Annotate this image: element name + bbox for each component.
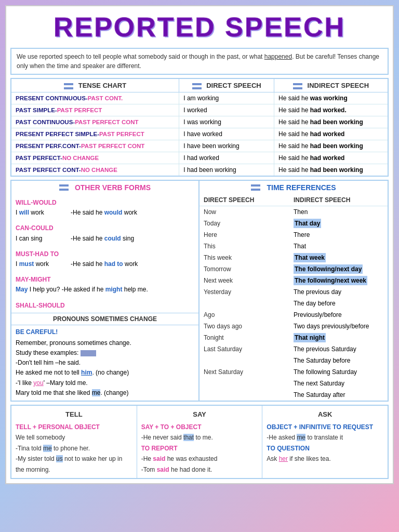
indirect-cell: He said he was working (274, 92, 388, 104)
verb-forms-icon (59, 184, 69, 191)
time-row: HereThere (200, 229, 388, 241)
tense-row: PRESENT CONTINUOUS-PAST CONT.I am workin… (11, 92, 388, 104)
time-direct-cell: Next week (204, 276, 294, 285)
will-would-label: WILL-WOULD (16, 198, 194, 208)
time-direct-cell: This week (204, 253, 294, 262)
indirect-cell: He said he had worked (274, 128, 388, 140)
must-hadto-left: I must work (16, 259, 62, 269)
time-indirect-cell: The previous day (294, 287, 383, 297)
can-could-right: -He said he could sing (71, 234, 134, 244)
pronouns-header: PRONOUNS SOMETIMES CHANGE (11, 313, 198, 325)
ask-me: me (297, 434, 305, 441)
might-word: might (105, 286, 123, 293)
tense-row: PRESENT PERF.CONT-PAST PERFECT CONTI hav… (11, 140, 388, 152)
time-direct-cell (204, 356, 294, 365)
direct-cell: I have been working (179, 140, 274, 152)
time-indirect-cell: The day before (294, 299, 383, 308)
shall-should-label: SHALL-SHOULD (16, 301, 194, 311)
intro-underline: happened (264, 53, 292, 60)
tense-table: TENSE CHART DIRECT SPEECH INDIRECT SPEEC… (10, 78, 389, 177)
time-indirect-cell: The following/next day (294, 264, 383, 274)
shall-should-block: SHALL-SHOULD (11, 297, 198, 313)
time-direct-cell: This (204, 242, 294, 251)
tense-cell: PAST SIMPLE-PAST PERFECT (11, 104, 179, 116)
direct-cell: I have worked (179, 128, 274, 140)
must-hadto-row: I must work -He said he had to work (16, 259, 194, 269)
time-row: Last SaturdayThe previous Saturday (200, 343, 388, 355)
indirect-header-label: INDIRECT SPEECH (308, 82, 369, 89)
be-careful-line6: Mary told me that she liked me. (change) (16, 388, 194, 398)
time-indirect-cell: Previously/before (294, 310, 383, 320)
time-indirect-cell: The following/next week (294, 276, 383, 285)
will-would-row: I will work -He said he would work (16, 208, 194, 218)
time-col-headers: DIRECT SPEECH INDIRECT SPEECH (200, 194, 388, 206)
time-row: TodayThat day (200, 218, 388, 229)
must-hadto-right: -He said he had to work (71, 259, 138, 269)
tense-row: PRESENT PERFECT SIMPLE-PAST PERFECTI hav… (11, 128, 388, 140)
ask-subheader: OBJECT + INFINITIVE TO REQUEST (267, 422, 383, 432)
be-careful-line2: Study these examples: (16, 348, 194, 358)
indirect-cell: He said he had worked. (274, 104, 388, 116)
time-direct-cell: Two days ago (204, 322, 294, 331)
time-row: Next weekThe following/next week (200, 275, 388, 286)
time-direct-cell: Ago (204, 310, 294, 320)
time-indirect-cell: The Saturday after (294, 390, 383, 400)
time-indirect-cell: The previous Saturday (294, 344, 383, 354)
can-could-left: I can sing (16, 234, 62, 244)
verb-forms-title: OTHER VERB FORMS (75, 183, 151, 192)
may-word: May (16, 286, 28, 293)
direct-cell: I am working (179, 92, 274, 104)
may-might-row: May I help you? -He asked if he might he… (16, 285, 194, 295)
may-might-block: MAY-MIGHT May I help you? -He asked if h… (11, 271, 198, 297)
say-line1: -He never said that to me. (141, 432, 258, 443)
time-indirect-cell: There (294, 230, 383, 240)
tense-cell: PRESENT CONTINUOUS-PAST CONT. (11, 92, 179, 104)
time-direct-cell: Tonight (204, 333, 294, 342)
you-word: you (33, 379, 43, 387)
time-indirect-cell: Two days previously/before (294, 322, 383, 331)
say-said2: said (157, 466, 169, 473)
bottom-section: TELL TELL + PERSONAL OBJECT We tell some… (10, 405, 389, 479)
time-row: The Saturday before (200, 355, 388, 366)
time-indirect-cell: That day (294, 219, 383, 228)
say-said1: said (153, 455, 165, 462)
indirect-cell: He said he had worked (274, 152, 388, 164)
time-row: This weekThat week (200, 252, 388, 263)
tense-row: PAST CONTINUOUS-PAST PERFECT CONTI was w… (11, 116, 388, 128)
time-direct-cell: Today (204, 219, 294, 228)
time-indirect-cell: That (294, 242, 383, 251)
can-could-label: CAN-COULD (16, 223, 194, 233)
time-indirect-cell: That week (294, 253, 383, 262)
ask-her: her (279, 455, 288, 462)
ask-header: ASK (267, 409, 383, 420)
direct-col-header: DIRECT SPEECH (179, 78, 274, 92)
tell-us: us (56, 455, 63, 462)
example-highlight (81, 350, 96, 356)
say-that: that (183, 434, 194, 441)
time-direct-cell (204, 390, 294, 400)
time-row: YesterdayThe previous day (200, 286, 388, 298)
time-row: NowThen (200, 206, 388, 218)
time-refs-title: TIME REFERENCES (267, 183, 336, 192)
tell-line1: -Tina told me to phone her. (16, 443, 132, 454)
tell-normal: We tell somebody (16, 432, 132, 443)
tense-row: PAST PERFECT CONT-NO CHANGEI had been wo… (11, 164, 388, 177)
time-row: TomorrowThe following/next day (200, 263, 388, 275)
time-rows-container: NowThenTodayThat dayHereThereThisThatThi… (200, 206, 388, 401)
tell-line2: -My sister told us not to wake her up in… (16, 454, 132, 475)
be-careful-block: BE CAREFUL! Remember, pronouns sometimes… (11, 325, 198, 400)
indirect-col-header: INDIRECT SPEECH (274, 78, 388, 92)
intro-text: We use reported speech to tell people wh… (17, 53, 379, 70)
tense-row: PAST SIMPLE-PAST PERFECTI workedHe said … (11, 104, 388, 116)
ask-line2: Ask her if she likes tea. (267, 454, 383, 464)
say-header: SAY (141, 409, 258, 420)
time-row: Two days agoTwo days previously/before (200, 321, 388, 332)
verb-forms-panel: OTHER VERB FORMS WILL-WOULD I will work … (11, 181, 200, 401)
could-word: could (104, 235, 121, 242)
tell-me: me (43, 445, 52, 452)
indirect-cell: He said he had been working (274, 140, 388, 152)
time-direct-cell: Here (204, 230, 294, 240)
direct-cell: I had been working (179, 164, 274, 177)
tense-cell: PRESENT PERFECT SIMPLE-PAST PERFECT (11, 128, 179, 140)
time-direct-cell: Next Saturday (204, 367, 294, 377)
